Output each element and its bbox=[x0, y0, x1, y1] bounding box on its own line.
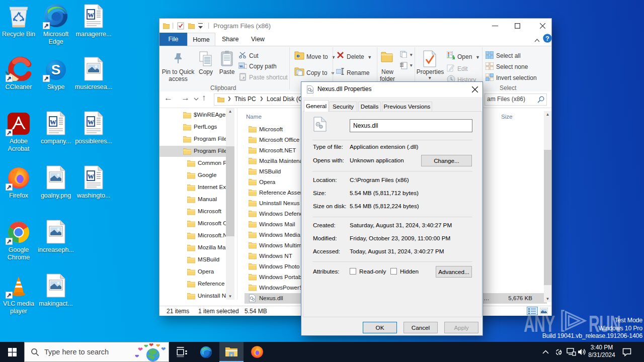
svg-text:❤: ❤ bbox=[149, 343, 153, 348]
svg-text:❤: ❤ bbox=[144, 343, 148, 349]
svg-text:❤: ❤ bbox=[161, 346, 166, 352]
svg-text:w..: w.. bbox=[239, 64, 245, 68]
svg-text:❤: ❤ bbox=[135, 353, 139, 359]
svg-text:❤: ❤ bbox=[138, 346, 143, 353]
svg-text:W: W bbox=[88, 11, 94, 19]
svg-text:?: ? bbox=[545, 35, 549, 42]
svg-text:S: S bbox=[51, 62, 61, 77]
svg-text:W: W bbox=[88, 118, 94, 126]
svg-text:❤: ❤ bbox=[156, 343, 160, 348]
svg-text:W: W bbox=[50, 118, 56, 126]
svg-text:W: W bbox=[88, 172, 94, 180]
